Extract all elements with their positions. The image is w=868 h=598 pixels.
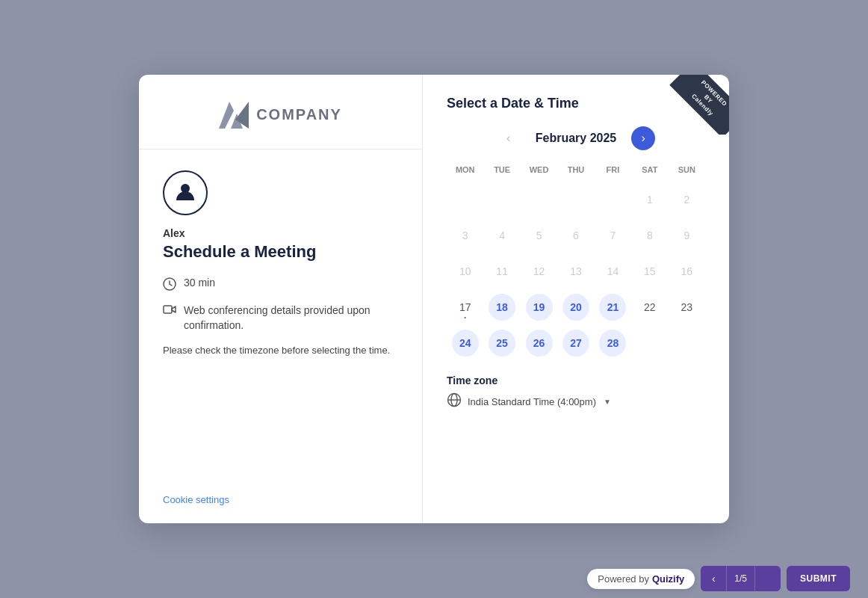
- svg-rect-5: [164, 306, 172, 313]
- powered-by-text: Powered by: [598, 573, 649, 585]
- calendar-cell: [447, 183, 483, 216]
- info-area: Alex Schedule a Meeting 30 min: [139, 150, 422, 523]
- svg-marker-0: [219, 102, 234, 129]
- modal: COMPANY Alex Schedule a Meeting: [139, 75, 729, 523]
- globe-icon: [447, 392, 462, 410]
- calendar-cell: [483, 183, 520, 216]
- calendar-cell[interactable]: 19: [521, 291, 557, 324]
- cookie-settings-link[interactable]: Cookie settings: [163, 494, 398, 505]
- logo-container: COMPANY: [219, 102, 342, 129]
- powered-by-label: Powered by Quizify: [587, 569, 695, 589]
- nav-arrows: ‹ 1 / 5: [701, 566, 781, 591]
- calendar-cell[interactable]: 26: [521, 327, 557, 360]
- calendar-cell[interactable]: 21: [595, 291, 631, 324]
- calendar-cell: 22: [631, 291, 668, 324]
- calendar-cell: [631, 327, 668, 360]
- calendar-cell: 17: [447, 291, 483, 324]
- day-header-sat: SAT: [631, 162, 668, 177]
- calendar-days: 1234567891011121314151617181920212223242…: [447, 183, 705, 360]
- notice-text: Please check the timezone before selecti…: [163, 343, 398, 358]
- calendar-cell: 15: [631, 255, 668, 288]
- video-icon: [163, 303, 176, 317]
- page-current: 1: [734, 573, 740, 584]
- next-month-button[interactable]: ›: [631, 126, 655, 150]
- clock-icon: [163, 277, 176, 293]
- calendar-cell: 10: [447, 255, 483, 288]
- calendar-cell: 4: [483, 219, 520, 252]
- calendar-grid: MON TUE WED THU FRI SAT SUN 123456789101…: [447, 162, 705, 360]
- timezone-section: Time zone India Standard Time (4:00pm) ▼: [447, 374, 705, 410]
- calendar-cell: 1: [631, 183, 668, 216]
- calendar-cell: 11: [483, 255, 520, 288]
- calendar-cell: 6: [557, 219, 594, 252]
- bottom-bar: Powered by Quizify ‹ 1 / 5 SUBMIT: [0, 559, 868, 598]
- calendar-cell[interactable]: 18: [483, 291, 520, 324]
- right-panel: POWEREDBYCalendly Select a Date & Time ‹…: [423, 75, 729, 523]
- calendar-cell[interactable]: 27: [557, 327, 594, 360]
- company-logo-icon: [219, 102, 249, 129]
- company-name: COMPANY: [256, 106, 342, 123]
- calendar-cell: 5: [521, 219, 557, 252]
- day-header-tue: TUE: [483, 162, 520, 177]
- calendar-cell: 8: [631, 219, 668, 252]
- calendar-cell: [669, 327, 705, 360]
- calendar-cell: 13: [557, 255, 594, 288]
- calendar-cell: 7: [595, 219, 631, 252]
- calendar-cell: 3: [447, 219, 483, 252]
- section-title: Select a Date & Time: [447, 96, 705, 111]
- logo-area: COMPANY: [139, 75, 422, 150]
- timezone-value: India Standard Time (4:00pm): [468, 396, 596, 407]
- page-indicator: 1 / 5: [726, 566, 755, 591]
- page-total: 5: [742, 573, 747, 584]
- calendar-cell: [521, 183, 557, 216]
- prev-page-button[interactable]: ‹: [701, 566, 726, 591]
- month-label: February 2025: [536, 132, 617, 145]
- day-header-wed: WED: [521, 162, 557, 177]
- duration-row: 30 min: [163, 277, 398, 293]
- timezone-chevron-icon: ▼: [604, 398, 611, 406]
- user-name: Alex: [163, 227, 398, 239]
- prev-month-button[interactable]: ‹: [497, 126, 521, 150]
- calendar-cell: 14: [595, 255, 631, 288]
- left-panel: COMPANY Alex Schedule a Meeting: [139, 75, 423, 523]
- calendar-cell: 2: [669, 183, 705, 216]
- meeting-title: Schedule a Meeting: [163, 242, 398, 262]
- submit-button[interactable]: SUBMIT: [787, 566, 850, 591]
- user-icon: [173, 179, 197, 206]
- day-header-fri: FRI: [595, 162, 631, 177]
- day-headers: MON TUE WED THU FRI SAT SUN: [447, 162, 705, 177]
- calendar-cell[interactable]: 28: [595, 327, 631, 360]
- day-header-sun: SUN: [669, 162, 705, 177]
- next-page-button[interactable]: [755, 566, 781, 591]
- calendar-cell: 9: [669, 219, 705, 252]
- calendar-cell[interactable]: 20: [557, 291, 594, 324]
- calendar-cell: 16: [669, 255, 705, 288]
- timezone-label: Time zone: [447, 374, 705, 386]
- avatar: [163, 170, 208, 215]
- brand-name: Quizify: [652, 573, 684, 585]
- calendar-cell[interactable]: 24: [447, 327, 483, 360]
- calendar-cell: [557, 183, 594, 216]
- calendar-cell: [595, 183, 631, 216]
- day-header-mon: MON: [447, 162, 483, 177]
- calendar-cell: 23: [669, 291, 705, 324]
- conferencing-text: Web conferencing details provided upon c…: [184, 303, 398, 333]
- calendar-cell: 12: [521, 255, 557, 288]
- duration-text: 30 min: [184, 277, 215, 289]
- calendar-nav: ‹ February 2025 ›: [447, 126, 705, 150]
- day-header-thu: THU: [557, 162, 594, 177]
- calendar-cell[interactable]: 25: [483, 327, 520, 360]
- timezone-selector[interactable]: India Standard Time (4:00pm) ▼: [447, 392, 705, 410]
- conferencing-row: Web conferencing details provided upon c…: [163, 303, 398, 333]
